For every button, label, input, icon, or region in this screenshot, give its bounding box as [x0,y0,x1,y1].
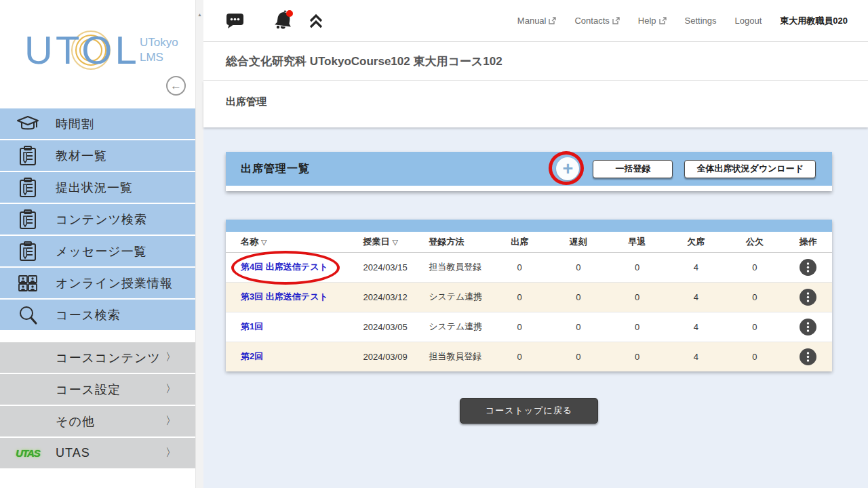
excused-count: 0 [726,252,785,282]
sidebar-item-label: オンライン授業情報 [56,275,173,291]
course-title: 総合文化研究科 UTokyoCourse102 東大用コース102 [226,54,868,69]
attendance-item-link[interactable]: 第3回 出席送信テスト [241,291,328,302]
sidebar-item-label: 教材一覧 [56,148,107,164]
add-attendance-button[interactable]: + [556,157,579,180]
class-date: 2024/03/09 [349,342,414,371]
sort-down-icon[interactable]: ▽ [261,238,267,246]
column-header-name[interactable]: 名称▽ [226,232,349,252]
attendance-item-link[interactable]: 第1回 [241,321,263,331]
sidebar-item-course-settings[interactable]: コース設定 〉 [0,374,195,406]
clipboard-icon [15,177,41,199]
attendance-table: 名称▽ 授業日▽ 登録方法 出席 遅刻 早退 欠席 公欠 操作 [226,232,832,371]
column-header-absent: 欠席 [667,232,726,252]
help-link[interactable]: Help [638,16,667,26]
graduation-cap-icon [15,113,41,135]
svg-text:UTokyo: UTokyo [140,36,178,49]
sidebar-item-content-search[interactable]: コンテンツ検索 [0,204,195,236]
utas-logo-icon: UTAS [15,447,41,459]
collapse-topbar-chevrons-icon[interactable] [308,13,324,29]
present-count: 0 [490,342,549,371]
attendance-list-header: 出席管理一覧 + 一括登録 全体出席状況ダウンロード [226,152,832,186]
sidebar-group-gap [0,331,195,342]
sidebar-item-materials[interactable]: 教材一覧 [0,140,195,172]
column-header-present: 出席 [490,232,549,252]
panel-title: 出席管理一覧 [241,162,310,176]
sidebar-item-course-search[interactable]: コース検索 [0,300,195,331]
register-method: 担当教員登録 [414,342,490,371]
chat-icon[interactable] [226,12,244,29]
user-name[interactable]: 東大用教職員020 [780,15,848,27]
column-header-excused: 公欠 [726,232,785,252]
clipboard-icon [15,145,41,167]
sidebar-item-label: 提出状況一覧 [56,180,133,196]
clipboard-icon [15,209,41,230]
bulk-register-button[interactable]: 一括登録 [593,160,673,178]
present-count: 0 [490,282,549,312]
sort-down-icon[interactable]: ▽ [393,238,398,246]
sidebar-scrollbar[interactable]: ▲ [195,0,203,488]
topbar: Manual Contacts Help Settings Logout 東 [203,0,868,42]
excused-count: 0 [726,312,785,342]
scroll-up-arrow-icon[interactable]: ▲ [196,12,203,17]
external-link-icon [659,17,667,24]
page-title: 出席管理 [226,96,868,108]
attendance-table-card: 名称▽ 授業日▽ 登録方法 出席 遅刻 早退 欠席 公欠 操作 [226,220,832,371]
row-actions-kebab-icon[interactable] [800,319,816,336]
logout-link[interactable]: Logout [735,16,762,26]
download-attendance-button[interactable]: 全体出席状況ダウンロード [684,160,816,178]
back-to-course-top-button[interactable]: コーストップに戻る [460,398,598,424]
sidebar-collapse-button[interactable]: ← [166,76,186,96]
sidebar-item-online-class-info[interactable]: オンライン授業情報 [0,268,195,300]
late-count: 0 [549,342,608,371]
sidebar-item-label: UTAS [56,446,90,460]
early-leave-count: 0 [608,312,667,342]
sidebar-item-messages[interactable]: メッセージ一覧 [0,236,195,268]
column-header-early-leave: 早退 [608,232,667,252]
sidebar-item-others[interactable]: その他 〉 [0,406,195,438]
late-count: 0 [549,252,608,282]
register-method: システム連携 [414,312,490,342]
attendance-item-link[interactable]: 第2回 [241,351,263,361]
early-leave-count: 0 [608,252,667,282]
column-header-date[interactable]: 授業日▽ [349,232,414,252]
sidebar-item-label: コースコンテンツ [56,350,161,366]
chevron-right-icon: 〉 [165,414,176,428]
column-header-label: 名称 [241,237,258,247]
sidebar-item-label: その他 [56,413,95,430]
contacts-link[interactable]: Contacts [574,16,619,26]
attendance-item-link[interactable]: 第4回 出席送信テスト [241,262,328,272]
column-header-method: 登録方法 [414,232,490,252]
column-header-actions: 操作 [784,232,832,252]
sidebar-item-submissions[interactable]: 提出状況一覧 [0,172,195,204]
notifications-bell-icon[interactable] [271,9,296,33]
content: 出席管理一覧 + 一括登録 全体出席状況ダウンロード [203,127,868,424]
settings-link[interactable]: Settings [685,16,717,26]
row-actions-kebab-icon[interactable] [800,289,816,306]
sidebar-item-course-contents[interactable]: コースコンテンツ 〉 [0,342,195,374]
table-row: 第4回 出席送信テスト 2024/03/15 担当教員登録 0 0 0 4 0 [226,252,832,282]
search-icon [15,304,41,326]
section-title-band: 出席管理 [203,81,868,127]
class-date: 2024/03/12 [349,282,414,312]
sidebar-item-utas[interactable]: UTAS UTAS 〉 [0,438,195,470]
sidebar-item-timetable[interactable]: 時間割 [0,108,195,140]
table-top-strip [226,220,832,232]
clipboard-icon [15,241,41,262]
course-title-band: 総合文化研究科 UTokyoCourse102 東大用コース102 [203,42,868,81]
external-link-icon [549,17,556,24]
table-row: 第2回 2024/03/09 担当教員登録 0 0 0 4 0 [226,342,832,371]
manual-link[interactable]: Manual [517,16,557,26]
svg-text:UTOL: UTOL [24,28,140,72]
excused-count: 0 [726,342,785,371]
row-actions-kebab-icon[interactable] [800,348,816,365]
help-link-label: Help [638,16,656,26]
chevron-right-icon: 〉 [165,350,176,365]
class-date: 2024/03/15 [349,252,414,282]
add-attendance-wrap: + [556,157,579,180]
register-method: 担当教員登録 [414,252,490,282]
row-actions-kebab-icon[interactable] [800,259,816,276]
main-area: Manual Contacts Help Settings Logout 東 [203,0,868,488]
utol-logo[interactable]: UTOL UTokyo LMS [19,20,178,85]
external-link-icon [612,17,620,24]
table-row: 第3回 出席送信テスト 2024/03/12 システム連携 0 0 0 4 0 [226,282,832,312]
